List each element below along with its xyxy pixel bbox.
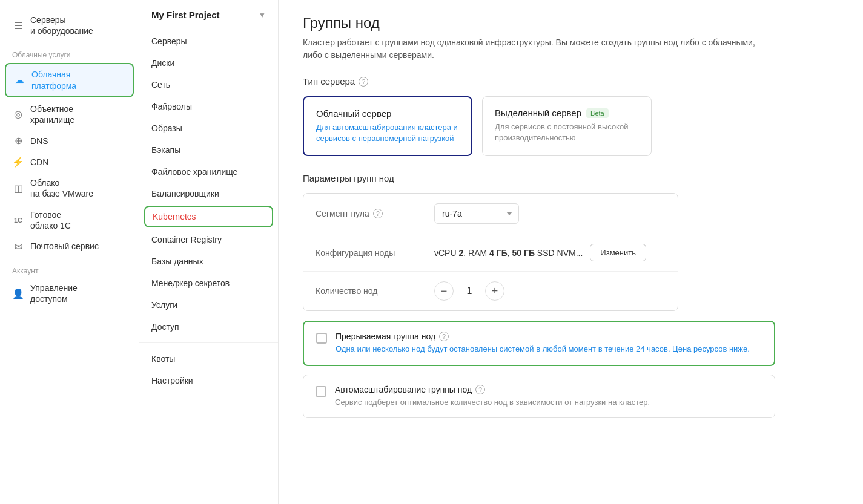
nav-item-firewalls[interactable]: Файрволы	[139, 96, 278, 117]
section-label-cloud: Облачные услуги	[0, 46, 139, 62]
user-icon: 👤	[12, 288, 24, 299]
count-label: Количество нод	[316, 286, 425, 296]
preemptible-content: Прерываемая группа нод ? Одна или нескол…	[336, 332, 750, 355]
autoscaling-card: Автомасштабирование группы нод ? Сервис …	[303, 375, 775, 418]
params-box: Сегмент пула ? ru-7a ru-7b ru-9a Конфигу…	[303, 193, 678, 311]
cloud-server-desc: Для автомасштабирования кластера и серви…	[316, 122, 459, 144]
cloud-server-title: Облачный сервер	[316, 108, 459, 119]
nav-item-backups[interactable]: Бэкапы	[139, 139, 278, 161]
nav-item-secrets-manager[interactable]: Менеджер секретов	[139, 272, 278, 294]
left-sidebar: ☰ Серверыи оборудование Облачные услуги …	[0, 0, 139, 504]
segment-select[interactable]: ru-7a ru-7b ru-9a	[434, 203, 519, 224]
nav-item-disks[interactable]: Диски	[139, 52, 278, 74]
segment-help-icon[interactable]: ?	[373, 209, 383, 218]
nav-item-settings[interactable]: Настройки	[139, 370, 278, 391]
sidebar-item-dns[interactable]: ⊕ DNS	[0, 130, 139, 151]
node-count-stepper: − 1 +	[434, 281, 504, 301]
sidebar-item-vmware[interactable]: ◫ Облакона базе VMware	[0, 172, 139, 204]
cloud-server-card[interactable]: Облачный сервер Для автомасштабирования …	[303, 96, 472, 156]
sidebar-item-mail[interactable]: ✉ Почтовый сервис	[0, 236, 139, 257]
server-type-help-icon[interactable]: ?	[359, 77, 368, 87]
dedicated-server-title: Выделенный сервер Beta	[495, 108, 639, 118]
project-name: My First Project	[151, 10, 220, 20]
sidebar-item-object-storage[interactable]: ◎ Объектноехранилище	[0, 99, 139, 130]
increment-button[interactable]: +	[485, 281, 504, 301]
change-config-button[interactable]: Изменить	[590, 244, 646, 261]
config-text: vCPU 2, RAM 4 ГБ, 50 ГБ SSD NVM...	[434, 248, 583, 258]
preemptible-desc: Одна или несколько нод будут остановлены…	[336, 344, 750, 355]
section-label-account: Аккаунт	[0, 262, 139, 278]
dns-icon: ⊕	[12, 135, 24, 146]
nav-item-file-storage[interactable]: Файловое хранилище	[139, 161, 278, 183]
checkbox-section: Прерываемая группа нод ? Одна или нескол…	[303, 321, 775, 417]
count-value: − 1 +	[434, 281, 666, 301]
autoscaling-desc: Сервис подберет оптимальное количество н…	[335, 397, 650, 408]
nav-item-quotas[interactable]: Квоты	[139, 348, 278, 370]
node-group-params-label: Параметры групп нод	[303, 173, 839, 183]
autoscaling-checkbox[interactable]	[316, 386, 326, 397]
page-title: Группы нод	[303, 15, 839, 31]
decrement-button[interactable]: −	[434, 281, 454, 301]
count-row: Количество нод − 1 +	[303, 272, 678, 310]
sidebar-item-cloud-platform[interactable]: ☁ Облачнаяплатформа	[5, 63, 134, 97]
nav-item-access[interactable]: Доступ	[139, 316, 278, 338]
1c-icon: 1С	[12, 217, 24, 224]
dedicated-server-desc: Для сервисов с постоянной высокой произв…	[495, 122, 639, 143]
cloud-icon: ☁	[13, 74, 25, 86]
segment-row: Сегмент пула ? ru-7a ru-7b ru-9a	[303, 194, 678, 234]
main-content: Группы нод Кластер работает с группами н…	[279, 0, 863, 504]
nav-item-services[interactable]: Услуги	[139, 294, 278, 316]
autoscaling-help-icon[interactable]: ?	[475, 385, 485, 394]
nav-item-container-registry[interactable]: Container Registry	[139, 229, 278, 250]
nav-item-load-balancers[interactable]: Балансировщики	[139, 183, 278, 205]
preemptible-checkbox[interactable]	[316, 333, 327, 344]
sidebar-item-cdn[interactable]: ⚡ CDN	[0, 151, 139, 172]
server-type-label: Тип сервера ?	[303, 76, 839, 87]
nav-divider	[139, 342, 278, 343]
preemptible-card: Прерываемая группа нод ? Одна или нескол…	[303, 321, 775, 365]
segment-label: Сегмент пула ?	[316, 209, 425, 218]
page-description: Кластер работает с группами нод одинаков…	[303, 36, 775, 62]
project-header[interactable]: My First Project ▼	[139, 0, 278, 30]
preemptible-help-icon[interactable]: ?	[439, 332, 449, 341]
middle-sidebar: My First Project ▼ Серверы Диски Сеть Фа…	[139, 0, 279, 504]
config-value: vCPU 2, RAM 4 ГБ, 50 ГБ SSD NVM... Измен…	[434, 244, 666, 261]
nav-item-servers[interactable]: Серверы	[139, 30, 278, 52]
nav-item-kubernetes[interactable]: Kubernetes	[144, 206, 273, 227]
mail-icon: ✉	[12, 241, 24, 252]
autoscaling-content: Автомасштабирование группы нод ? Сервис …	[335, 385, 650, 408]
vmware-icon: ◫	[12, 183, 24, 194]
segment-value: ru-7a ru-7b ru-9a	[434, 203, 666, 224]
chevron-down-icon: ▼	[259, 11, 266, 19]
nav-item-images[interactable]: Образы	[139, 117, 278, 139]
server-type-row: Облачный сервер Для автомасштабирования …	[303, 96, 839, 156]
autoscaling-title: Автомасштабирование группы нод ?	[335, 385, 650, 394]
sidebar-item-servers-hardware[interactable]: ☰ Серверыи оборудование	[0, 10, 139, 41]
cdn-icon: ⚡	[12, 156, 24, 168]
object-storage-icon: ◎	[12, 108, 24, 120]
servers-icon: ☰	[12, 20, 24, 31]
preemptible-title: Прерываемая группа нод ?	[336, 332, 750, 341]
nav-item-network[interactable]: Сеть	[139, 74, 278, 96]
node-count-value: 1	[463, 286, 475, 296]
sidebar-item-1c[interactable]: 1С Готовоеоблако 1С	[0, 205, 139, 236]
nav-item-databases[interactable]: Базы данных	[139, 250, 278, 272]
config-row: Конфигурация ноды vCPU 2, RAM 4 ГБ, 50 Г…	[303, 234, 678, 272]
beta-badge: Beta	[586, 108, 609, 118]
config-label: Конфигурация ноды	[316, 248, 425, 258]
dedicated-server-card[interactable]: Выделенный сервер Beta Для сервисов с по…	[482, 96, 652, 156]
sidebar-item-access-management[interactable]: 👤 Управлениедоступом	[0, 278, 139, 309]
